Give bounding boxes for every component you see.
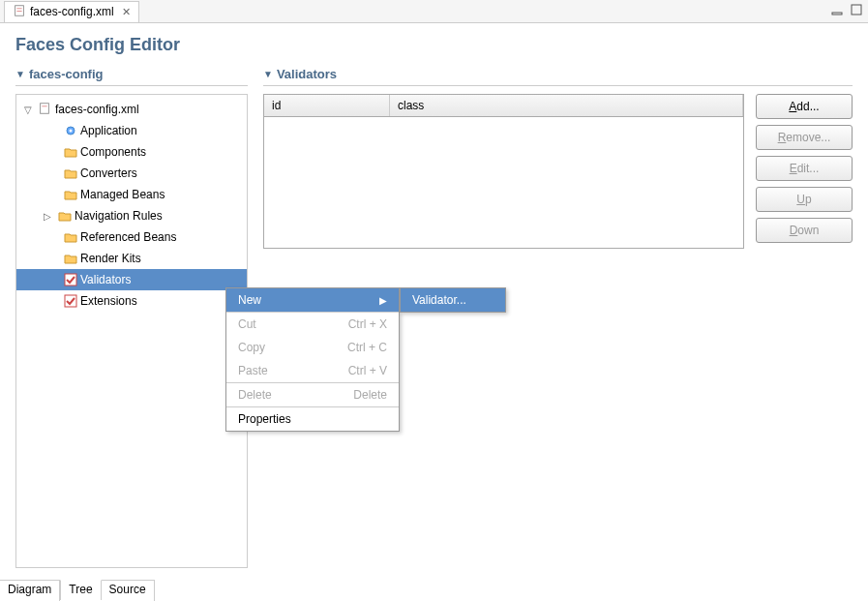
expand-arrow-icon[interactable]: ▽ xyxy=(24,105,36,115)
chevron-right-icon: ▶ xyxy=(379,295,387,306)
menu-item-paste[interactable]: Paste Ctrl + V xyxy=(226,359,399,382)
tree-item-label: Converters xyxy=(80,166,137,180)
menu-shortcut: Ctrl + X xyxy=(348,317,387,331)
sidebar-header-label: faces-config xyxy=(29,67,104,81)
tree-item-label: Components xyxy=(80,145,146,159)
folder-icon xyxy=(63,251,78,266)
menu-label: New xyxy=(238,293,261,307)
tree-item-referenced-beans[interactable]: Referenced Beans xyxy=(16,226,247,248)
tree-item-managed-beans[interactable]: Managed Beans xyxy=(16,184,247,205)
svg-rect-1 xyxy=(16,8,21,9)
tree-item-render-kits[interactable]: Render Kits xyxy=(16,248,247,269)
tree-item-validators[interactable]: Validators xyxy=(16,269,247,290)
tree-item-label: Render Kits xyxy=(80,252,141,265)
tree-view[interactable]: ▽ faces-config.xml Application Component… xyxy=(15,94,248,568)
expand-arrow-icon[interactable]: ▷ xyxy=(44,211,55,222)
button-column: Add... Remove... Edit... Up Down xyxy=(756,94,853,249)
tree-root[interactable]: ▽ faces-config.xml xyxy=(16,99,247,120)
sidebar-header[interactable]: ▼ faces-config xyxy=(15,63,248,86)
maximize-button[interactable] xyxy=(849,2,864,17)
collapse-arrow-icon: ▼ xyxy=(263,69,273,79)
tree-item-label: Managed Beans xyxy=(80,188,165,201)
table-header: id class xyxy=(264,95,743,117)
folder-icon xyxy=(63,187,78,202)
main-header[interactable]: ▼ Validators xyxy=(263,63,853,86)
submenu-item-validator[interactable]: Validator... xyxy=(401,288,505,312)
main-area: ▼ faces-config ▽ faces-config.xml Applic… xyxy=(0,63,868,576)
left-panel: ▼ faces-config ▽ faces-config.xml Applic… xyxy=(15,63,248,568)
svg-rect-10 xyxy=(65,295,76,307)
check-icon xyxy=(63,272,78,287)
table-area: id class Add... Remove... Edit... Up Dow… xyxy=(263,94,853,249)
validators-table[interactable]: id class xyxy=(263,94,744,249)
close-icon[interactable]: ✕ xyxy=(122,6,131,18)
up-button[interactable]: Up xyxy=(756,187,853,212)
folder-icon xyxy=(63,144,78,160)
svg-rect-9 xyxy=(65,274,76,285)
menu-item-cut[interactable]: Cut Ctrl + X xyxy=(226,313,399,336)
svg-rect-3 xyxy=(832,13,842,15)
remove-button[interactable]: Remove... xyxy=(756,125,853,150)
tab-bar: faces-config.xml ✕ xyxy=(0,0,868,23)
extension-icon xyxy=(63,293,78,309)
file-icon xyxy=(38,102,53,117)
menu-shortcut: Ctrl + C xyxy=(347,341,387,354)
tab-source[interactable]: Source xyxy=(102,581,155,601)
edit-button[interactable]: Edit... xyxy=(756,156,853,181)
submenu-label: Validator... xyxy=(412,293,466,307)
folder-icon xyxy=(63,165,78,181)
folder-icon xyxy=(57,208,73,224)
svg-rect-6 xyxy=(42,105,46,106)
submenu: Validator... xyxy=(400,287,506,313)
menu-label: Delete xyxy=(238,388,272,402)
editor-tab[interactable]: faces-config.xml ✕ xyxy=(4,1,139,22)
down-button[interactable]: Down xyxy=(756,218,853,243)
bottom-tabs: Diagram Tree Source xyxy=(0,580,155,601)
tree-item-converters[interactable]: Converters xyxy=(16,163,247,184)
svg-point-8 xyxy=(70,130,73,133)
window-controls xyxy=(829,2,864,17)
menu-item-copy[interactable]: Copy Ctrl + C xyxy=(226,336,399,359)
menu-item-delete[interactable]: Delete Delete xyxy=(226,383,399,406)
svg-rect-5 xyxy=(41,104,49,114)
page-title: Faces Config Editor xyxy=(0,23,868,63)
tab-title: faces-config.xml xyxy=(30,5,114,18)
tree-root-label: faces-config.xml xyxy=(55,103,139,116)
column-header-id[interactable]: id xyxy=(264,95,390,116)
tree-item-label: Validators xyxy=(80,273,131,286)
svg-rect-4 xyxy=(852,5,861,15)
tab-diagram[interactable]: Diagram xyxy=(0,581,60,601)
tree-item-application[interactable]: Application xyxy=(16,120,247,141)
tree-item-label: Navigation Rules xyxy=(75,209,163,223)
menu-label: Copy xyxy=(238,341,265,354)
gear-icon xyxy=(63,123,78,138)
context-menu: New ▶ Cut Ctrl + X Copy Ctrl + C Paste C… xyxy=(225,287,400,432)
tree-item-label: Extensions xyxy=(80,294,137,308)
collapse-arrow-icon: ▼ xyxy=(15,69,25,79)
file-icon xyxy=(13,4,26,20)
tree-item-label: Referenced Beans xyxy=(80,230,176,244)
menu-shortcut: Delete xyxy=(353,388,387,402)
menu-item-new[interactable]: New ▶ xyxy=(226,288,399,312)
tree-item-components[interactable]: Components xyxy=(16,141,247,163)
menu-label: Properties xyxy=(238,412,291,426)
tree-item-navigation-rules[interactable]: ▷ Navigation Rules xyxy=(16,205,247,226)
column-header-class[interactable]: class xyxy=(390,95,743,116)
menu-label: Paste xyxy=(238,364,268,377)
main-header-label: Validators xyxy=(277,67,337,81)
tree-item-label: Application xyxy=(80,124,137,137)
minimize-button[interactable] xyxy=(829,2,845,17)
menu-item-properties[interactable]: Properties xyxy=(226,407,399,431)
menu-shortcut: Ctrl + V xyxy=(348,364,387,377)
tree-item-extensions[interactable]: Extensions xyxy=(16,290,247,312)
folder-icon xyxy=(63,229,78,245)
add-button[interactable]: Add... xyxy=(756,94,853,119)
svg-rect-2 xyxy=(16,11,21,12)
menu-label: Cut xyxy=(238,317,256,331)
tab-tree[interactable]: Tree xyxy=(60,580,101,600)
